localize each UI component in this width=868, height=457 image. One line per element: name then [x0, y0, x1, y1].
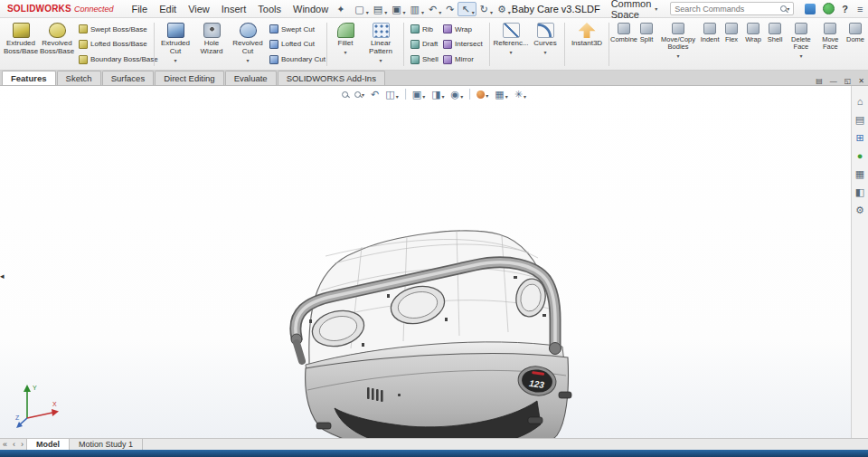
select-tool-button[interactable]: ↖▾ [458, 2, 476, 16]
lofted-cut-button[interactable]: Lofted Cut [268, 40, 322, 49]
print-button[interactable]: ▥▾ [408, 3, 425, 15]
split-button[interactable]: Split [636, 20, 657, 69]
delete-face-button[interactable]: Delete Face▾ [786, 20, 816, 69]
hole-wizard-button[interactable]: Hole Wizard [193, 20, 230, 69]
instant3d-group: Instant3D [568, 20, 606, 69]
display-style-icon[interactable]: ◨▾ [431, 89, 444, 100]
dome-button[interactable]: Dome [844, 20, 866, 69]
previous-view-icon[interactable]: ↶ [371, 89, 379, 100]
tab-scroll-prev-icon[interactable]: ‹ [10, 439, 18, 450]
section-view-icon[interactable]: ◫▾ [385, 89, 398, 100]
extruded-cut-button[interactable]: Extruded Cut ▾ [157, 20, 193, 69]
document-restore-icon[interactable]: ◱ [841, 77, 855, 85]
zoom-to-area-icon[interactable]: ▾ [354, 91, 364, 98]
wrap-body-button[interactable]: Wrap [742, 20, 764, 69]
menu-window[interactable]: Window [288, 3, 334, 15]
reference-geometry-button[interactable]: Referenc... ▾ [493, 20, 529, 69]
task-pane-view-palette-icon[interactable]: ▦ [855, 169, 864, 179]
menu-tools[interactable]: Tools [252, 3, 287, 15]
indent-button[interactable]: Indent [699, 20, 721, 69]
edit-appearance-icon[interactable]: ▾ [476, 90, 488, 99]
flex-button[interactable]: Flex [721, 20, 742, 69]
view-orientation-icon[interactable]: ▣▾ [412, 89, 425, 100]
task-pane-toolbox-icon[interactable]: ● [857, 151, 863, 161]
swept-cut-button[interactable]: Swept Cut [268, 24, 322, 33]
tab-evaluate[interactable]: Evaluate [225, 71, 277, 85]
menu-view[interactable]: View [183, 3, 215, 15]
curves-icon [537, 23, 554, 38]
task-pane-properties-icon[interactable]: ⚙ [855, 205, 864, 215]
draft-button[interactable]: Draft [409, 40, 438, 49]
delete-face-label: Delete Face [788, 36, 815, 52]
motion-study-tab[interactable]: Motion Study 1 [70, 439, 143, 450]
tab-surfaces[interactable]: Surfaces [102, 71, 155, 85]
search-icon[interactable] [780, 5, 787, 12]
model-tab[interactable]: Model [26, 439, 70, 450]
dropdown-caret-icon: ▾ [403, 10, 406, 15]
fillet-button[interactable]: Fillet ▾ [330, 20, 361, 69]
mirror-button[interactable]: Mirror [441, 55, 485, 64]
intersect-button[interactable]: Intersect [441, 40, 485, 49]
view-settings-icon[interactable]: ✳▾ [514, 89, 526, 100]
hamburger-menu-icon[interactable]: ≡ [855, 3, 864, 15]
shell-button[interactable]: Shell [409, 55, 438, 64]
brand-name: SOLIDWORKS [7, 4, 71, 14]
menu-file[interactable]: File [126, 3, 153, 15]
tab-scroll-next-icon[interactable]: › [18, 439, 26, 450]
revolved-boss-base-button[interactable]: Revolved Boss/Base [39, 20, 75, 69]
task-pane-home-icon[interactable]: ⌂ [857, 97, 863, 107]
shell-body-button[interactable]: Shell [764, 20, 786, 69]
task-pane-appearances-icon[interactable]: ◧ [855, 187, 864, 197]
extruded-boss-base-button[interactable]: Extruded Boss/Base [3, 20, 39, 69]
boundary-boss-label: Boundary Boss/Base [90, 55, 158, 63]
document-close-icon[interactable]: ✕ [854, 77, 868, 85]
task-pane-design-library-icon[interactable]: ▤ [855, 115, 864, 125]
tab-scroll-first-icon[interactable]: « [0, 439, 10, 450]
save-document-button[interactable]: ▣▾ [389, 3, 406, 15]
document-list-icon[interactable]: ▤ [812, 77, 826, 85]
combine-button[interactable]: Combine [612, 20, 636, 69]
instant3d-button[interactable]: Instant3D [568, 20, 606, 69]
user-avatar[interactable] [823, 3, 835, 14]
featuremanager-collapse-arrow[interactable]: ◂ [0, 271, 5, 281]
menu-edit[interactable]: Edit [154, 3, 182, 15]
model-canvas[interactable]: 123 [271, 213, 597, 438]
hide-show-items-icon[interactable]: ◉▾ [451, 89, 464, 100]
boundary-cut-button[interactable]: Boundary Cut [268, 55, 322, 64]
menu-insert[interactable]: Insert [216, 3, 252, 15]
tab-features[interactable]: Features [2, 71, 56, 85]
revolved-cut-button[interactable]: Revolved Cut ▾ [230, 20, 266, 69]
apply-scene-icon[interactable]: ▦▾ [495, 89, 507, 100]
help-icon[interactable]: ? [842, 4, 848, 14]
new-document-button[interactable]: ▢▾ [352, 3, 369, 15]
threedexperience-icon[interactable] [805, 4, 816, 14]
lofted-boss-label: Lofted Boss/Base [90, 40, 147, 48]
command-manager-tabs: Features Sketch Surfaces Direct Editing … [0, 71, 868, 86]
zoom-to-fit-icon[interactable] [342, 91, 348, 98]
revolved-cut-icon [240, 23, 257, 38]
swept-boss-base-button[interactable]: Swept Boss/Base [77, 24, 149, 33]
redo-button[interactable]: ↷ [443, 3, 457, 15]
search-input[interactable] [675, 5, 780, 14]
wrap-button[interactable]: Wrap [441, 24, 485, 33]
rib-button[interactable]: Rib [409, 24, 438, 33]
workspace-selector[interactable]: Common Space ▾ [611, 0, 658, 20]
options-button[interactable]: ⚙▾ [495, 3, 512, 15]
move-copy-bodies-button[interactable]: Move/Copy Bodies▾ [657, 20, 699, 69]
curves-button[interactable]: Curves ▾ [529, 20, 561, 69]
menu-pin-icon[interactable]: ✦ [335, 3, 346, 15]
undo-button[interactable]: ↶▾ [426, 3, 442, 15]
lofted-boss-base-button[interactable]: Lofted Boss/Base [77, 40, 149, 49]
tab-solidworks-addins[interactable]: SOLIDWORKS Add-Ins [278, 71, 385, 85]
move-face-button[interactable]: Move Face [816, 20, 844, 69]
extruded-boss-icon [13, 23, 30, 38]
boundary-boss-base-button[interactable]: Boundary Boss/Base [77, 55, 149, 64]
document-minimize-icon[interactable]: — [826, 77, 841, 85]
task-pane-file-explorer-icon[interactable]: ⊞ [855, 133, 863, 143]
tab-direct-editing[interactable]: Direct Editing [155, 71, 224, 85]
tab-sketch[interactable]: Sketch [57, 71, 101, 85]
graphics-area[interactable]: ▾ ↶ ◫▾ ▣▾ ◨▾ ◉▾ ▾ ▦▾ ✳▾ ⌂ ▤ ⊞ ● ▦ ◧ ⚙ ◂ [0, 86, 868, 438]
open-document-button[interactable]: ▤▾ [371, 3, 388, 15]
rebuild-button[interactable]: ↻▾ [477, 3, 494, 15]
linear-pattern-button[interactable]: Linear Pattern ▾ [361, 20, 401, 69]
